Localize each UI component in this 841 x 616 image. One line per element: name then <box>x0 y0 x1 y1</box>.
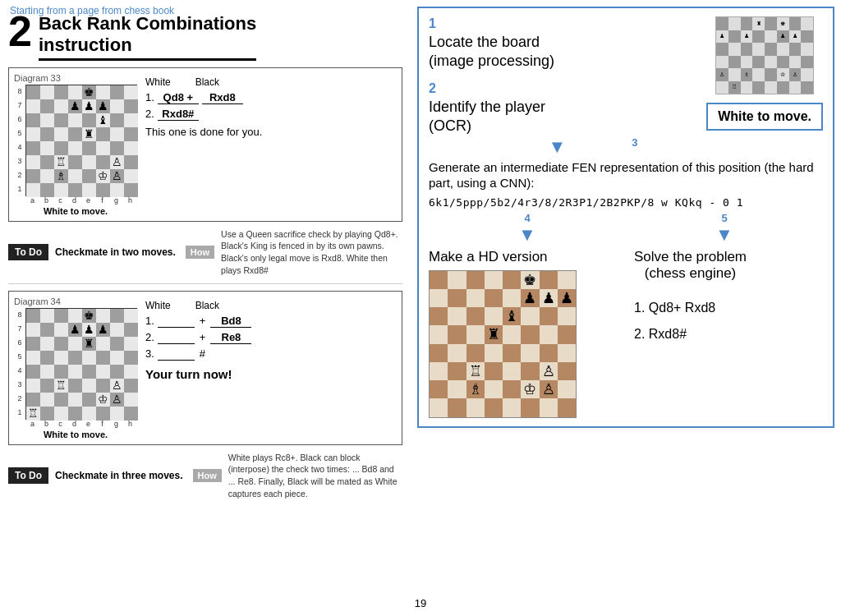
rank-8: 8 <box>14 85 25 99</box>
rank-7b: 7 <box>14 322 25 336</box>
solution-moves: 1. Qd8+ Rxd8 2. Rxd8# <box>634 295 715 347</box>
cell <box>96 337 110 351</box>
cell <box>96 351 110 365</box>
cell <box>40 127 54 141</box>
cell: ♟ <box>96 323 110 337</box>
cell: ♜ <box>82 337 96 351</box>
rank-3: 3 <box>14 154 25 168</box>
cell <box>40 407 54 421</box>
file-b: b <box>39 196 53 205</box>
file-e: e <box>81 196 95 205</box>
hd-cell <box>521 398 539 416</box>
step5-arrow-icon: ▼ <box>715 224 733 246</box>
cell <box>124 183 138 197</box>
cell <box>124 169 138 183</box>
cell: ♔ <box>96 393 110 407</box>
right-panel: 1 Locate the board(image processing) 2 I… <box>411 0 841 616</box>
hd-cell: ♟ <box>521 289 539 307</box>
cell <box>110 113 124 127</box>
hd-cell <box>540 307 558 325</box>
chapter-header: 2 Back Rank Combinationsinstruction <box>8 7 402 61</box>
cell <box>96 379 110 393</box>
cell <box>124 323 138 337</box>
cell <box>96 365 110 379</box>
todo-bar-2: To Do Checkmate in three moves. How Whit… <box>8 452 402 500</box>
steps-4-5-arrows: 4 ▼ 5 ▼ <box>429 212 823 246</box>
file-f: f <box>95 196 109 205</box>
todo-text-1: Checkmate in two moves. <box>55 246 176 258</box>
file-g: g <box>109 196 123 205</box>
hd-cell <box>540 271 558 289</box>
hd-cell: ♚ <box>521 271 539 289</box>
d34-move1: 1. + Bd8 <box>145 315 397 328</box>
cell: ♚ <box>82 309 96 323</box>
cell <box>40 113 54 127</box>
cell <box>40 169 54 183</box>
diagram34-moves: White Black 1. + Bd8 2. + Re8 3. # Your … <box>145 297 397 381</box>
cell: ♔ <box>96 169 110 183</box>
hd-cell <box>503 289 521 307</box>
cell <box>26 309 40 323</box>
cell <box>54 393 68 407</box>
d34-move3-white-input[interactable] <box>158 347 195 361</box>
cell <box>124 407 138 421</box>
cell <box>110 309 124 323</box>
solve-section: Solve the problem(chess engine) 1. Qd8+ … <box>634 249 823 347</box>
d34-move1-num: 1. <box>145 315 154 327</box>
cell <box>96 309 110 323</box>
cell <box>40 155 54 169</box>
cell <box>40 309 54 323</box>
file-d: d <box>67 196 81 205</box>
cell <box>68 393 82 407</box>
d34-move1-black: Bd8 <box>210 315 251 328</box>
cell: ♟ <box>96 99 110 113</box>
file-a2: a <box>25 420 39 428</box>
rank-6: 6 <box>14 113 25 126</box>
d34-move1-white-input[interactable] <box>158 315 195 328</box>
cell <box>68 113 82 127</box>
d34-move2-white-input[interactable] <box>158 331 195 344</box>
rank-1: 1 <box>14 182 25 196</box>
cell <box>26 99 40 113</box>
hd-cell <box>540 398 558 416</box>
file-g2: g <box>109 420 123 428</box>
cell <box>26 141 40 155</box>
wb-header34: White Black <box>145 300 397 311</box>
hd-cell <box>558 307 576 325</box>
cell <box>40 351 54 365</box>
rank-5b: 5 <box>14 350 25 364</box>
cell <box>82 183 96 197</box>
cell <box>82 365 96 379</box>
chapter-title-underline <box>39 58 256 61</box>
how-text-1: Use a Queen sacrifice check by playing Q… <box>221 228 402 277</box>
steps-1-2-row: 1 Locate the board(image processing) 2 I… <box>429 16 823 136</box>
cell: ♙ <box>110 169 124 183</box>
hd-cell <box>430 380 448 398</box>
rank-2: 2 <box>14 168 25 182</box>
cell <box>124 337 138 351</box>
diagram34-caption: White to move. <box>14 430 137 439</box>
hd-cell <box>558 271 576 289</box>
hd-cell <box>503 344 521 362</box>
hd-cell <box>430 398 448 416</box>
cell: ♗ <box>54 169 68 183</box>
hd-cell <box>503 271 521 289</box>
hd-cell <box>485 380 503 398</box>
cell: ♟ <box>82 99 96 113</box>
cell <box>82 141 96 155</box>
move2-num: 2. <box>145 108 154 120</box>
cell: ♟ <box>82 323 96 337</box>
hd-cell <box>448 271 466 289</box>
hd-cell <box>448 325 466 343</box>
hd-cell: ♟ <box>558 289 576 307</box>
rank-4: 4 <box>14 140 25 154</box>
hd-cell <box>521 362 539 380</box>
cell <box>54 113 68 127</box>
cell <box>54 407 68 421</box>
move1-line: 1. Qd8 + Rxd8 <box>145 91 397 104</box>
hd-board: ♚ ♟ ♟ ♟ ♝ <box>429 270 577 418</box>
wb-header: White Black <box>145 76 397 88</box>
cell <box>124 351 138 365</box>
hd-cell: ♟ <box>540 289 558 307</box>
cell: ♙ <box>110 379 124 393</box>
